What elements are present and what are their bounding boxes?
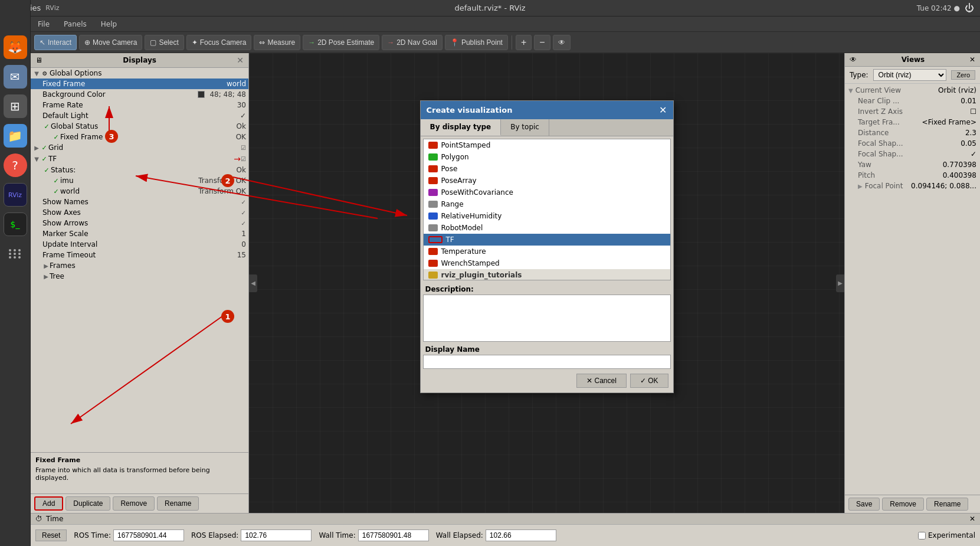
wall-elapsed-input[interactable] <box>486 529 556 541</box>
experimental-check[interactable]: Experimental <box>918 531 975 540</box>
ros-time-input[interactable] <box>113 529 184 541</box>
list-item-temperature[interactable]: Temperature <box>424 246 670 257</box>
menu-file[interactable]: File <box>34 19 53 30</box>
wall-time-input[interactable] <box>358 529 429 541</box>
world-row[interactable]: ✓ world Transform OK <box>31 186 248 197</box>
show-names-value: ✓ <box>241 199 246 205</box>
tf-status-row[interactable]: ✓ Status: Ok <box>31 165 248 175</box>
update-interval-row[interactable]: Update Interval 0 <box>31 239 248 250</box>
dialog-tabs: By display type By topic <box>421 119 673 136</box>
remove-display-btn[interactable]: Remove <box>113 496 155 511</box>
list-item-range[interactable]: Range <box>424 198 670 210</box>
rename-display-btn[interactable]: Rename <box>157 496 199 511</box>
taskbar-rviz[interactable]: RViz <box>4 183 27 207</box>
nav-goal-button[interactable]: → 2D Nav Goal <box>382 35 443 50</box>
near-clip-row[interactable]: Near Clip ... 0.01 <box>846 96 979 106</box>
list-item-relativehumidity[interactable]: RelativeHumidity <box>424 210 670 222</box>
views-close-btn[interactable]: ✕ <box>969 55 975 64</box>
measure-button[interactable]: ⇔ Measure <box>254 35 300 50</box>
pitch-label: Pitch <box>858 171 943 179</box>
time-collapse-btn[interactable]: ✕ <box>969 515 975 523</box>
update-interval-value: 0 <box>241 240 246 249</box>
pose-estimate-button[interactable]: → 2D Pose Estimate <box>303 35 379 50</box>
interact-button[interactable]: ↖ Interact <box>34 35 77 50</box>
dialog-close-btn[interactable]: ✕ <box>659 104 667 116</box>
taskbar-apps[interactable]: ⊞ <box>4 94 27 118</box>
show-names-row[interactable]: Show Names ✓ <box>31 197 248 207</box>
viewport[interactable]: ◀ ▶ Create visualization ✕ By display ty… <box>249 53 844 513</box>
tf-row[interactable]: ▼ ✓ TF → ☑ <box>31 153 248 165</box>
frame-rate-row[interactable]: Frame Rate 30 <box>31 100 248 110</box>
target-frame-row[interactable]: Target Fra... <Fixed Frame> <box>846 117 979 127</box>
pitch-row[interactable]: Pitch 0.400398 <box>846 170 979 181</box>
current-view-row[interactable]: ▼ Current View Orbit (rviz) <box>846 85 979 96</box>
minus-toolbar-btn[interactable]: − <box>534 35 550 50</box>
duplicate-display-btn[interactable]: Duplicate <box>65 496 110 511</box>
list-item-wrenchstamped[interactable]: WrenchStamped <box>424 257 670 269</box>
displays-tree: ▼ ⚙ Global Options Fixed Frame world Bac… <box>31 68 248 452</box>
global-options-row[interactable]: ▼ ⚙ Global Options <box>31 68 248 79</box>
list-item-polygon[interactable]: Polygon <box>424 151 670 163</box>
ok-button[interactable]: ✓ OK <box>630 374 668 388</box>
background-color-row[interactable]: Background Color 48; 48; 48 <box>31 89 248 100</box>
cancel-button[interactable]: ✕ Cancel <box>576 374 627 388</box>
select-button[interactable]: ▢ Select <box>145 35 183 50</box>
views-remove-btn[interactable]: Remove <box>882 498 924 511</box>
focal-shape1-row[interactable]: Focal Shap... 0.05 <box>846 138 979 149</box>
views-type-select[interactable]: Orbit (rviz) <box>873 69 947 81</box>
dialog-list[interactable]: PointStamped Polygon Pose PoseArray <box>423 139 671 280</box>
tab-by-topic[interactable]: By topic <box>501 119 549 136</box>
taskbar-dots[interactable] <box>4 242 27 266</box>
list-item-pointstamped[interactable]: PointStamped <box>424 139 670 151</box>
views-rename-btn[interactable]: Rename <box>926 498 968 511</box>
show-axes-row[interactable]: Show Axes ✓ <box>31 207 248 218</box>
list-item-pose[interactable]: Pose <box>424 163 670 175</box>
views-tree: ▼ Current View Orbit (rviz) Near Clip ..… <box>845 84 980 495</box>
list-item-posewithcovariance[interactable]: PoseWithCovariance <box>424 187 670 198</box>
views-zero-btn[interactable]: Zero <box>951 70 975 80</box>
focal-point-row[interactable]: ▶ Focal Point 0.094146; 0.088... <box>846 181 979 191</box>
fixed-frame-row[interactable]: Fixed Frame world <box>31 79 248 89</box>
global-status-row[interactable]: ✓ Global Status Ok <box>31 121 248 132</box>
frames-row[interactable]: ▶ Frames <box>31 260 248 271</box>
taskbar-help[interactable]: ? <box>4 153 27 177</box>
yaw-row[interactable]: Yaw 0.770398 <box>846 159 979 170</box>
ros-elapsed-input[interactable] <box>241 529 312 541</box>
dialog-name-input[interactable] <box>423 355 671 369</box>
add-display-btn[interactable]: Add <box>34 496 63 511</box>
experimental-checkbox[interactable] <box>918 532 926 540</box>
distance-row[interactable]: Distance 2.3 <box>846 127 979 138</box>
focal-shape2-row[interactable]: Focal Shap... ✓ <box>846 149 979 159</box>
publish-point-button[interactable]: 📍 Publish Point <box>445 35 508 50</box>
list-item-posearray[interactable]: PoseArray <box>424 175 670 187</box>
camera-toolbar-btn[interactable]: 👁 <box>553 35 571 50</box>
invert-z-row[interactable]: Invert Z Axis ☐ <box>846 106 979 117</box>
list-item-tf[interactable]: TF <box>424 234 670 246</box>
taskbar-files[interactable]: 📁 <box>4 124 27 148</box>
tree-row[interactable]: ▶ Tree <box>31 271 248 282</box>
default-light-row[interactable]: Default Light ✓ <box>31 110 248 121</box>
menu-help[interactable]: Help <box>97 19 120 30</box>
focus-camera-button[interactable]: ✦ Focus Camera <box>186 35 252 50</box>
list-item-plugin-tutorials[interactable]: rviz_plugin_tutorials <box>424 269 670 280</box>
tab-display-type[interactable]: By display type <box>421 119 502 136</box>
show-arrows-row[interactable]: Show Arrows ✓ <box>31 218 248 228</box>
marker-scale-row[interactable]: Marker Scale 1 <box>31 228 248 239</box>
fixed-frame-status-row[interactable]: ✓ Fixed Frame OK <box>31 132 248 142</box>
taskbar-terminal[interactable]: $_ <box>4 212 27 236</box>
global-status-value: Ok <box>237 122 246 130</box>
displays-panel: 🖥 Displays ✕ ▼ ⚙ Global Options Fixed Fr… <box>31 53 249 513</box>
menu-panels[interactable]: Panels <box>60 19 90 30</box>
grid-row[interactable]: ▶ ✓ Grid ☑ <box>31 142 248 153</box>
power-icon[interactable]: ⏻ <box>965 2 974 14</box>
imu-row[interactable]: ✓ imu Transform OK <box>31 175 248 186</box>
frame-timeout-row[interactable]: Frame Timeout 15 <box>31 250 248 260</box>
move-camera-button[interactable]: ⊕ Move Camera <box>79 35 142 50</box>
add-toolbar-btn[interactable]: + <box>516 35 532 50</box>
list-item-robotmodel[interactable]: RobotModel <box>424 222 670 234</box>
reset-btn[interactable]: Reset <box>35 529 67 541</box>
taskbar-firefox[interactable]: 🦊 <box>4 35 27 59</box>
views-save-btn[interactable]: Save <box>848 498 880 511</box>
taskbar-mail[interactable]: ✉ <box>4 65 27 89</box>
displays-close-btn[interactable]: ✕ <box>237 55 244 65</box>
